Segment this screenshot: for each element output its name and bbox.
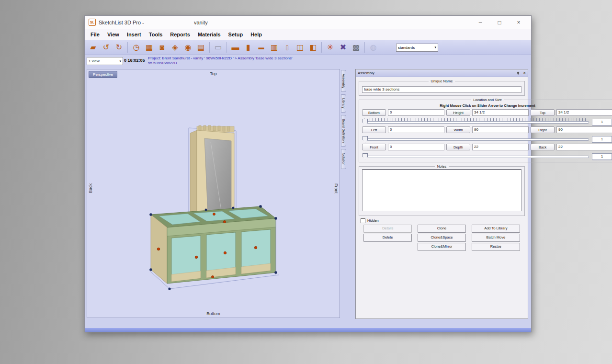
leg-icon[interactable]: ▯ [281, 42, 294, 53]
vertical-slider[interactable]: 1 [362, 117, 612, 125]
unique-name-input[interactable] [362, 86, 521, 93]
board-outline-icon[interactable]: ▭ [212, 42, 225, 53]
menu-materials[interactable]: Materials [194, 31, 225, 38]
pin-icon[interactable] [516, 71, 520, 75]
clone-button[interactable]: Clone [418, 225, 466, 233]
undo-icon[interactable]: ↺ [100, 42, 113, 53]
vertical-increment-box[interactable]: 1 [592, 119, 612, 125]
thin-board-icon[interactable]: ▬ [255, 42, 268, 53]
menu-view[interactable]: View [103, 31, 123, 38]
toolbar-separator [209, 42, 210, 53]
minimize-button[interactable]: – [471, 17, 490, 28]
horizontal-increment-box[interactable]: 1 [592, 136, 612, 143]
notes-legend: Notes [435, 164, 449, 169]
left-input[interactable] [388, 126, 444, 133]
viewport-label-front: Front [334, 183, 339, 193]
slider-track[interactable] [363, 138, 589, 141]
slider-track[interactable] [363, 121, 589, 124]
back-button[interactable]: Back [531, 144, 555, 150]
side-tab-strip: Assembly Library Board Definition Notati… [341, 70, 349, 171]
drawer-icon[interactable]: ◧ [306, 42, 319, 53]
slider-thumb[interactable] [363, 153, 368, 160]
assembly-panel-title: Assembly [358, 71, 374, 75]
timer-icon[interactable]: ◷ [130, 42, 143, 53]
slider-thumb[interactable] [363, 119, 368, 125]
tab-assembly[interactable]: Assembly [341, 70, 346, 92]
bottom-button[interactable]: Bottom [362, 109, 386, 116]
resize-button[interactable]: Resize [472, 243, 520, 251]
location-size-legend: Location and Size [471, 98, 504, 102]
viewport-label-top: Top [87, 71, 340, 76]
wide-board-icon[interactable]: ▬ [229, 42, 242, 53]
horizontal-slider[interactable]: 1 [362, 134, 612, 142]
clone-mirror-button[interactable]: Clone&Mirror [418, 243, 466, 251]
vertical-board-icon[interactable]: ▮ [242, 42, 255, 53]
top-input[interactable] [556, 109, 612, 116]
delete-purple-icon[interactable]: ✖ [337, 42, 350, 53]
standards-dropdown[interactable]: standards ▾ [396, 44, 438, 52]
slider-track[interactable] [363, 156, 589, 158]
top-button[interactable]: Top [531, 109, 555, 116]
width-input[interactable] [472, 126, 529, 133]
left-button[interactable]: Left [362, 126, 386, 133]
hidden-checkbox[interactable] [361, 218, 365, 223]
batch-move-button[interactable]: Batch Move [472, 234, 520, 242]
menu-reports[interactable]: Reports [166, 31, 194, 38]
pattern-icon[interactable]: ▩ [350, 42, 363, 53]
depth-increment-box[interactable]: 1 [592, 153, 612, 160]
close-button[interactable]: × [509, 17, 528, 28]
project-breadcrumb: Project: Brent Sandhurst - vanity ' 96Wx… [148, 56, 354, 66]
front-button[interactable]: Front [362, 144, 386, 150]
new-board-icon[interactable]: ▰ [87, 42, 100, 53]
panel-close-icon[interactable]: × [523, 71, 526, 76]
location-row-depth: Front Depth Back [362, 144, 612, 150]
viewport-3d[interactable]: Perspective Top Bottom Back Front [87, 69, 340, 318]
delete-orange-icon[interactable]: ✳ [324, 42, 337, 53]
slider-thumb[interactable] [363, 136, 368, 143]
view-select-value: 1 view [89, 59, 100, 63]
height-button[interactable]: Height [446, 109, 470, 116]
height-input[interactable] [472, 109, 529, 116]
add-to-library-button[interactable]: Add To Library [472, 225, 520, 233]
move-arrows-icon[interactable]: ◈ [169, 42, 181, 53]
panel-stack-icon[interactable]: ▤ [194, 42, 207, 53]
right-button[interactable]: Right [531, 126, 555, 133]
viewport-label-bottom: Bottom [87, 311, 340, 316]
right-input[interactable] [556, 126, 612, 133]
render-icon[interactable]: ◉ [181, 42, 194, 53]
width-button[interactable]: Width [446, 126, 470, 133]
redo-icon[interactable]: ↻ [113, 42, 125, 53]
location-size-group: Location and Size Right Mouse Click on S… [359, 98, 612, 162]
tab-library[interactable]: Library [341, 94, 346, 112]
menu-help[interactable]: Help [247, 31, 266, 38]
back-input[interactable] [556, 144, 612, 150]
double-door-icon[interactable]: ◫ [294, 42, 306, 53]
globe-icon: ◍ [367, 42, 380, 53]
view-select[interactable]: 1 view ▾ [87, 57, 123, 65]
slider-ruler-ticks [364, 118, 588, 121]
camera-icon[interactable]: ◙ [156, 42, 169, 53]
unique-name-group: Unique Name [359, 79, 525, 96]
depth-slider[interactable]: 1 [362, 151, 612, 159]
hidden-row: Hidden [361, 218, 528, 223]
depth-button[interactable]: Depth [446, 144, 470, 150]
project-breadcrumb-line2: 55.5Hx90Wx22D [148, 61, 354, 66]
layout-grid-icon[interactable]: ▦ [143, 42, 156, 53]
chevron-down-icon: ▾ [119, 59, 121, 63]
notes-textarea[interactable] [362, 169, 521, 211]
vanity-model[interactable] [87, 69, 340, 318]
tab-notation[interactable]: Notation [341, 149, 346, 169]
maximize-button[interactable]: □ [490, 17, 509, 28]
menu-tools[interactable]: Tools [145, 31, 167, 38]
menu-setup[interactable]: Setup [225, 31, 247, 38]
menu-file[interactable]: File [87, 31, 103, 38]
delete-button[interactable]: Delete [363, 234, 412, 242]
depth-input[interactable] [472, 144, 529, 150]
tab-board-definition[interactable]: Board Definition [341, 115, 346, 147]
front-input[interactable] [388, 144, 444, 150]
bottom-input[interactable] [388, 109, 444, 116]
labeled-board-icon[interactable]: ▥ [268, 42, 281, 53]
menu-insert[interactable]: Insert [123, 31, 145, 38]
clone-space-button[interactable]: Clone&Space [418, 234, 466, 242]
details-button[interactable]: Details [363, 225, 412, 233]
